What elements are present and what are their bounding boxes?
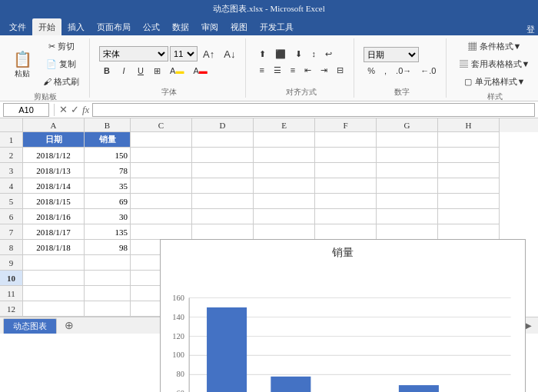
formula-bar: ✕ ✓ fx [0, 101, 538, 118]
cell-B7[interactable]: 135 [85, 224, 131, 240]
cell-B2[interactable]: 150 [85, 148, 131, 163]
row-num-5[interactable]: 5 [0, 194, 23, 209]
merge-center-button[interactable]: ⊟ [333, 63, 347, 78]
font-name-selector[interactable]: 宋体 [99, 46, 168, 61]
cell-B10[interactable] [85, 271, 131, 286]
font-color-button[interactable]: A▬ [189, 64, 211, 78]
italic-button[interactable]: I [116, 64, 131, 78]
cell-styles-button[interactable]: ▢ 单元格样式▼ [456, 74, 533, 90]
col-header-F[interactable]: F [315, 118, 377, 132]
underline-button[interactable]: U [133, 64, 148, 78]
decrease-font-button[interactable]: A↓ [220, 46, 239, 62]
cell-A8[interactable]: 2018/1/18 [23, 240, 85, 255]
tab-view[interactable]: 视图 [224, 18, 254, 35]
decrease-indent-button[interactable]: ⇤ [301, 63, 315, 78]
row-num-8[interactable]: 8 [0, 240, 23, 255]
row-num-9[interactable]: 9 [0, 255, 23, 271]
cell-A7[interactable]: 2018/1/17 [23, 224, 85, 240]
row-num-3[interactable]: 3 [0, 163, 23, 178]
align-left-button[interactable]: ≡ [255, 63, 267, 77]
account-icon[interactable]: 登 [526, 24, 535, 35]
align-bottom-button[interactable]: ⬇ [291, 47, 306, 61]
insert-function-icon[interactable]: fx [82, 104, 89, 116]
tab-review[interactable]: 审阅 [195, 18, 224, 35]
percent-button[interactable]: % [364, 64, 379, 78]
cell-B8[interactable]: 98 [85, 240, 131, 255]
tab-page-layout[interactable]: 页面布局 [91, 18, 137, 35]
formula-divider [54, 104, 55, 116]
format-painter-button[interactable]: 🖌 格式刷 [39, 74, 83, 90]
cell-A10[interactable] [23, 271, 85, 286]
increase-font-button[interactable]: A↑ [199, 46, 218, 62]
fill-color-button[interactable]: A▬ [166, 64, 188, 78]
comma-button[interactable]: , [380, 64, 390, 78]
row-num-4[interactable]: 4 [0, 178, 23, 194]
cell-B4[interactable]: 35 [85, 178, 131, 194]
align-top-button[interactable]: ⬆ [255, 47, 270, 61]
row-num-10[interactable]: 10 [0, 271, 23, 286]
cell-A2[interactable]: 2018/1/12 [23, 148, 85, 163]
row-num-6[interactable]: 6 [0, 209, 23, 224]
cell-A6[interactable]: 2018/1/16 [23, 209, 85, 224]
cell-A5[interactable]: 2018/1/15 [23, 194, 85, 209]
add-sheet-button[interactable]: ⊕ [58, 317, 80, 334]
cut-button[interactable]: ✂ 剪切 [39, 38, 83, 55]
cell-A1[interactable]: 日期 [23, 132, 85, 148]
number-format-selector[interactable]: 日期 常规 数值 货币 百分比 [364, 47, 419, 62]
align-middle-button[interactable]: ⬛ [271, 47, 290, 61]
row-num-11[interactable]: 11 [0, 286, 23, 301]
tab-data[interactable]: 数据 [166, 18, 195, 35]
col-header-G[interactable]: G [377, 118, 438, 132]
conditional-format-button[interactable]: ▦ 条件格式▼ [456, 38, 533, 55]
col-header-B[interactable]: B [85, 118, 131, 132]
cell-A9[interactable] [23, 255, 85, 271]
cell-A12[interactable] [23, 301, 85, 317]
wrap-text-button[interactable]: ↩ [321, 47, 336, 61]
sheet-tab-dynamic-chart[interactable]: 动态图表 [3, 318, 57, 334]
cell-B9[interactable] [85, 255, 131, 271]
tab-file[interactable]: 文件 [3, 18, 32, 35]
cell-A3[interactable]: 2018/1/13 [23, 163, 85, 178]
paste-button[interactable]: 📋 粘贴 [8, 42, 37, 88]
decrease-decimal-button[interactable]: ←.0 [417, 64, 440, 78]
col-header-E[interactable]: E [254, 118, 315, 132]
align-center-button[interactable]: ☰ [270, 63, 285, 78]
confirm-formula-icon[interactable]: ✓ [71, 104, 79, 116]
increase-indent-button[interactable]: ⇥ [317, 63, 331, 78]
col-header-C[interactable]: C [131, 118, 192, 132]
formula-input[interactable] [92, 103, 535, 117]
row-num-2[interactable]: 2 [0, 148, 23, 163]
table-format-button[interactable]: ▤ 套用表格格式▼ [456, 56, 533, 72]
increase-decimal-button[interactable]: .0→ [392, 64, 415, 78]
cancel-formula-icon[interactable]: ✕ [59, 104, 68, 116]
bold-button[interactable]: B [99, 64, 115, 78]
ribbon-group-font: 宋体 11 A↑ A↓ B I U ⊞ A▬ A▬ 字体 [96, 38, 246, 98]
cell-reference-input[interactable] [3, 103, 49, 117]
cell-B12[interactable] [85, 301, 131, 317]
tab-formula[interactable]: 公式 [137, 18, 166, 35]
col-header-A[interactable]: A [23, 118, 85, 132]
col-header-D[interactable]: D [192, 118, 254, 132]
chart-container[interactable]: 销量 0 20 40 60 80 100 120 140 160 [160, 239, 526, 392]
tab-developer[interactable]: 开发工具 [254, 18, 300, 35]
font-size-selector[interactable]: 11 [170, 46, 198, 61]
copy-button[interactable]: 📄 复制 [39, 56, 83, 72]
border-button[interactable]: ⊞ [150, 64, 164, 78]
row-num-1[interactable]: 1 [0, 132, 23, 148]
col-header-H[interactable]: H [438, 118, 500, 132]
row-num-7[interactable]: 7 [0, 224, 23, 240]
tab-insert[interactable]: 插入 [61, 18, 91, 35]
cell-B3[interactable]: 78 [85, 163, 131, 178]
cell-B1[interactable]: 销量 [85, 132, 131, 148]
cell-C1[interactable] [131, 132, 192, 148]
cell-B5[interactable]: 69 [85, 194, 131, 209]
chart-title: 销量 [167, 246, 519, 260]
tab-home[interactable]: 开始 [32, 18, 61, 35]
align-right-button[interactable]: ≡ [287, 63, 299, 77]
cell-A4[interactable]: 2018/1/14 [23, 178, 85, 194]
cell-B11[interactable] [85, 286, 131, 301]
cell-B6[interactable]: 30 [85, 209, 131, 224]
row-num-12[interactable]: 12 [0, 301, 23, 317]
cell-A11[interactable] [23, 286, 85, 301]
text-direction-button[interactable]: ↕ [307, 47, 320, 61]
